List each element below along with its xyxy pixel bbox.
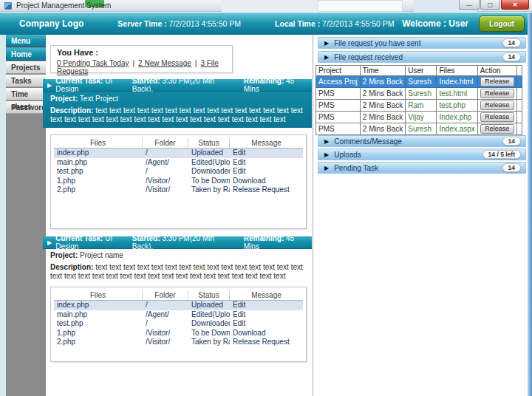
file-table-header: Status: [188, 138, 230, 148]
accordion-pending-task[interactable]: ▶Pending Task14: [318, 162, 526, 174]
current-task-bar-1[interactable]: ▶ Current Task: UI Design Started: 3:30 …: [43, 79, 312, 92]
sidebar-item-menu[interactable]: Menu: [6, 35, 46, 47]
summary-links: 0 Pending Task Today|2 New Message|3 Fil…: [57, 59, 226, 75]
file-table-row[interactable]: 1.php/Visitor/To be DownloadDownload: [54, 177, 303, 186]
app-icon: [4, 2, 12, 10]
file-table-cell: /Visitor/: [143, 185, 188, 195]
file-table-row[interactable]: 2.php/Visitor/Taken by Ram(4Release Requ…: [54, 185, 303, 195]
request-table-row[interactable]: PMS2 Mins BackRamtest.phpRelease: [316, 100, 522, 112]
file-table-cell[interactable]: Edit: [230, 319, 303, 329]
server-time: Server Time : 7/2/2013 4:55:50 PM: [117, 19, 241, 28]
file-table-cell: index.php: [54, 148, 143, 158]
expand-arrow-icon: ▶: [324, 138, 329, 145]
file-table-cell: Taken by Ram(4: [188, 338, 230, 347]
file-table-cell: To be Download: [188, 329, 230, 338]
file-table-row[interactable]: 2.php/Visitor/Taken by Ram(4Release Requ…: [54, 338, 303, 347]
server-time-label: Server Time :: [117, 19, 166, 28]
accordion-count-badge: 14: [502, 163, 521, 172]
file-table-cell[interactable]: Edit: [230, 148, 303, 158]
file-table-header: Message: [230, 290, 303, 300]
file-table-cell: Downloaded: [188, 319, 230, 329]
summary-link[interactable]: 2 New Message: [138, 59, 191, 67]
accordion-label: Comments/Message: [334, 137, 402, 146]
file-table-cell[interactable]: Edit: [230, 167, 303, 177]
file-table: FilesFolderStatusMessageindex.php/Upload…: [54, 290, 303, 347]
request-action-cell: Release: [477, 88, 516, 100]
file-table-header-row: FilesFolderStatusMessage: [54, 290, 303, 301]
minimize-button[interactable]: —: [459, 0, 480, 10]
file-table-cell: index.php: [54, 301, 143, 310]
file-table-cell[interactable]: Release Request: [230, 338, 303, 347]
accordion-comments-message[interactable]: ▶Comments/Message14: [318, 135, 526, 147]
file-table-row[interactable]: test.php/DownloadedEdit: [54, 167, 303, 177]
sidebar-item-password[interactable]: Password: [6, 101, 46, 114]
file-request-table-body: Access Proj2 Mins BackSureshIndex.htmlRe…: [316, 76, 522, 135]
maximize-button[interactable]: ▢: [480, 0, 500, 10]
file-table-cell: /Visitor/: [143, 329, 188, 338]
file-table-cell: Downloaded: [188, 167, 230, 177]
file-table-header: Files: [54, 138, 143, 148]
release-button[interactable]: Release: [480, 112, 514, 122]
file-table-cell[interactable]: Release Request: [230, 185, 303, 195]
file-table-cell[interactable]: Edit: [230, 310, 303, 320]
file-table-row[interactable]: 1.php/Visitor/To be DownloadDownload: [54, 329, 303, 338]
accordion-file-request-sent[interactable]: ▶File request you have sent14: [318, 37, 526, 49]
file-table-cell: Edited(Upload): [188, 158, 230, 168]
request-filler-cell: [516, 112, 522, 123]
remaining-label: Remaining:: [244, 234, 284, 242]
request-action-cell: Release: [477, 76, 516, 88]
background-window-fragment: [222, 0, 318, 12]
file-table-cell[interactable]: Edit: [230, 158, 303, 168]
file-table-row[interactable]: main.php/Agent/Edited(Upload)Edit: [54, 310, 303, 320]
file-table-row[interactable]: test.php/DownloadedEdit: [54, 319, 303, 329]
release-button[interactable]: Release: [480, 124, 514, 134]
local-time-value: 7/2/2013 4:55:50 PM: [322, 19, 395, 28]
accordion-label: Pending Task: [334, 164, 378, 172]
file-table-cell: /: [143, 301, 188, 310]
request-table-row[interactable]: PMS2 Mins BackVijayIndex.phpRelease: [316, 112, 522, 123]
request-action-cell: Release: [477, 100, 516, 112]
request-filler-cell: [516, 88, 522, 100]
play-icon: ▶: [47, 239, 52, 246]
file-table-cell[interactable]: Edit: [230, 301, 303, 310]
summary-link[interactable]: 0 Pending Task Today: [57, 59, 129, 67]
file-table-cell: 1.php: [54, 329, 143, 338]
file-table-row[interactable]: index.php/UploadedEdit: [54, 301, 303, 310]
local-time: Local Time : 7/2/2013 4:55:50 PM: [275, 19, 395, 28]
window-left-border: [0, 35, 6, 396]
welcome-text: Welcome : User: [402, 18, 468, 29]
file-table-header-row: FilesFolderStatusMessage: [54, 138, 303, 148]
sidebar-item-tasks[interactable]: Tasks: [6, 75, 46, 87]
file-table-row[interactable]: main.php/Agent/Edited(Upload)Edit: [54, 158, 303, 168]
accordion-file-request-received[interactable]: ▶File request received14: [318, 51, 526, 63]
summary-separator: |: [132, 59, 134, 67]
file-table-header: Folder: [143, 290, 188, 300]
request-file-cell: test.php: [437, 100, 477, 112]
file-table-cell: main.php: [54, 158, 143, 168]
sidebar-item-projects[interactable]: Projects: [6, 61, 46, 74]
request-table-row[interactable]: PMS2 Mins BackSureshIndex.aspxRelease: [316, 123, 522, 135]
file-table-cell[interactable]: Download: [230, 329, 303, 338]
current-task-bar-2[interactable]: ▶ Current Task: UI Design Started: 3:30 …: [43, 236, 312, 249]
logout-button[interactable]: Logout: [479, 16, 525, 32]
request-table-row[interactable]: PMS2 Mins BackSureshtest.htmlRelease: [316, 88, 522, 100]
accordion-label: File request received: [334, 53, 403, 61]
file-table-row[interactable]: index.php/UploadedEdit: [54, 148, 303, 158]
accordion-count-badge: 14: [502, 38, 521, 47]
request-table-header: User: [406, 66, 437, 76]
request-table-row[interactable]: Access Proj2 Mins BackSureshIndex.htmlRe…: [316, 76, 522, 88]
release-button[interactable]: Release: [480, 89, 514, 98]
accordion-uploads[interactable]: ▶Uploads14 / 5 left: [318, 148, 526, 160]
task-details-1: Project: Text Project Description: text …: [43, 92, 312, 128]
accordion-count-badge: 14 / 5 left: [482, 150, 521, 159]
close-button[interactable]: ✕: [501, 0, 529, 10]
release-button[interactable]: Release: [480, 77, 514, 86]
sidebar-item-home[interactable]: Home: [6, 48, 46, 61]
file-table-cell: Edited(Upload): [188, 310, 230, 320]
background-window-fragment: [318, 0, 403, 12]
file-table-cell: test.php: [54, 167, 143, 177]
release-button[interactable]: Release: [480, 100, 514, 110]
project-label: Project:: [50, 251, 78, 259]
sidebar-item-time-sheet[interactable]: Time sheet: [6, 88, 46, 100]
file-table-cell[interactable]: Download: [230, 177, 303, 186]
